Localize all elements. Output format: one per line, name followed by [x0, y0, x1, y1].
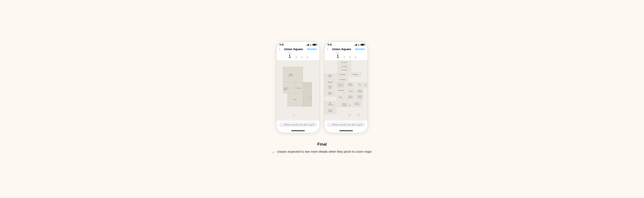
- svg-text:Women's: Women's: [358, 96, 362, 97]
- floor-item-2-1[interactable]: 2: [296, 56, 297, 59]
- floor-num-4-1: 4: [306, 56, 308, 59]
- svg-text:Cosmetics: Cosmetics: [342, 105, 347, 106]
- svg-text:Fashion: Fashion: [328, 86, 332, 87]
- nav-directory-1[interactable]: Directory: [307, 48, 317, 50]
- home-indicator-2: [324, 128, 368, 133]
- svg-text:Men's: Men's: [294, 99, 297, 100]
- svg-text:Fashion: Fashion: [328, 75, 332, 76]
- floor-selector-1: Floor 1 2 3 4: [276, 52, 320, 60]
- floor-label-2: Floor: [336, 52, 340, 54]
- svg-text:Boudin's: Boudin's: [328, 109, 332, 110]
- floor-num-3-2: 3: [349, 56, 350, 59]
- status-bar-1: 9:41 ▲: [276, 42, 320, 47]
- search-bar-2: ⌕ Where would you like to go?: [324, 121, 368, 128]
- svg-text:Lancome: Lancome: [349, 91, 353, 92]
- svg-text:Women's: Women's: [348, 96, 353, 97]
- svg-text:Story: Story: [339, 85, 342, 86]
- final-title: Final: [272, 142, 372, 147]
- svg-text:Fine Watches: Fine Watches: [340, 79, 346, 80]
- floor-item-active-1[interactable]: Floor 1: [288, 52, 291, 59]
- check-icon: ✓: [272, 150, 275, 154]
- time-2: 9:41: [328, 43, 332, 46]
- wifi-icon-1: ▲: [310, 44, 312, 46]
- svg-text:Watches: Watches: [328, 94, 332, 95]
- floor-item-active-2[interactable]: Floor 1: [336, 52, 340, 59]
- svg-text:Cosmetics: Cosmetics: [357, 97, 362, 98]
- svg-text:+: +: [310, 98, 311, 99]
- svg-text:Clinique: Clinique: [338, 97, 342, 98]
- signal-icon-1: [306, 44, 309, 46]
- svg-text:Fragrances: Fragrances: [328, 104, 333, 105]
- svg-text:Cosmetics: Cosmetics: [348, 85, 353, 86]
- battery-icon-1: [312, 44, 316, 46]
- svg-text:blue: blue: [365, 84, 366, 85]
- svg-text:Fashion: Fashion: [328, 92, 332, 93]
- svg-text:+: +: [294, 115, 294, 116]
- svg-text:Shops: Shops: [284, 89, 288, 90]
- svg-text:Fine Watches: Fine Watches: [340, 74, 346, 75]
- svg-text:Estee Lauder: Estee Lauder: [338, 90, 344, 91]
- search-placeholder-1: Where would you like to go?: [284, 123, 314, 126]
- svg-text:MAC: MAC: [359, 84, 361, 85]
- svg-text:Fine Jewelry: Fine Jewelry: [342, 66, 348, 67]
- svg-text:Cosmetics: Cosmetics: [348, 97, 353, 98]
- search-icon-1: ⌕: [281, 123, 282, 126]
- floor-num-1-1: 1: [288, 54, 291, 59]
- svg-text:Specialty: Specialty: [284, 88, 288, 89]
- wifi-icon-2: ▲: [358, 44, 360, 46]
- svg-text:Cosmetics: Cosmetics: [358, 91, 362, 92]
- svg-text:Jewelry: Jewelry: [289, 74, 293, 75]
- nav-directory-2[interactable]: Directory: [355, 48, 365, 50]
- phones-container: 9:41 ▲ ‹ Union Square Directory Floor 1 …: [276, 41, 368, 133]
- battery-icon-2: [360, 44, 364, 46]
- check-item: ✓ Usears expected to see more details wh…: [272, 150, 372, 154]
- search-bar-1: ⌕ Where would you like to go?: [276, 121, 320, 128]
- svg-text:Espresso: Espresso: [328, 111, 332, 112]
- svg-text:Women's: Women's: [355, 102, 359, 104]
- svg-text:+: +: [349, 114, 350, 116]
- home-bar-2: [340, 130, 353, 131]
- svg-text:& Watches: & Watches: [288, 75, 294, 76]
- phone-2: 9:41 ▲ ‹ Union Square Directory Floor 1 …: [324, 41, 368, 133]
- search-placeholder-2: Where would you like to go?: [332, 123, 363, 126]
- floor-plan-svg-2: Fine Jewelry Fine Jewelry Fine Jewelry F…: [324, 60, 368, 120]
- svg-rect-50: [336, 89, 346, 94]
- phone-1: 9:41 ▲ ‹ Union Square Directory Floor 1 …: [276, 41, 320, 133]
- floor-label-1: Floor: [288, 52, 291, 54]
- floor-num-2-1: 2: [296, 56, 297, 59]
- search-icon-2: ⌕: [329, 123, 330, 126]
- floor-plan-svg-1: Jewelry & Watches Specialty Shops Women'…: [276, 60, 320, 120]
- floor-num-1-2: 1: [336, 54, 339, 59]
- floor-item-4-2[interactable]: 4: [355, 56, 356, 59]
- floor-item-4-1[interactable]: 4: [306, 56, 308, 59]
- svg-text:men: men: [365, 85, 366, 87]
- floor-item-3-2[interactable]: 3: [349, 56, 350, 59]
- map-area-1[interactable]: Jewelry & Watches Specialty Shops Women'…: [276, 60, 320, 121]
- floor-num-2-2: 2: [344, 56, 345, 59]
- svg-text:Jewelry: Jewelry: [328, 76, 332, 77]
- check-text: Usears expected to see more details when…: [277, 150, 372, 153]
- floor-num-4-2: 4: [355, 56, 356, 59]
- svg-text:Women's: Women's: [342, 103, 346, 104]
- status-bar-2: 9:41 ▲: [324, 42, 368, 47]
- svg-text:Women's: Women's: [348, 83, 353, 85]
- svg-rect-5: [303, 82, 312, 106]
- home-indicator-1: [276, 128, 320, 133]
- svg-text:Handbags: Handbags: [328, 82, 332, 83]
- floor-item-3-1[interactable]: 3: [301, 56, 302, 59]
- search-wrapper-1[interactable]: ⌕ Where would you like to go?: [278, 122, 317, 127]
- floor-item-2-2[interactable]: 2: [344, 56, 345, 59]
- svg-text:Cosmetics: Cosmetics: [355, 104, 359, 105]
- nav-title-2: Union Square: [328, 47, 355, 51]
- svg-text:Fine Jewelry: Fine Jewelry: [342, 62, 348, 63]
- map-area-2[interactable]: Fine Jewelry Fine Jewelry Fine Jewelry F…: [324, 60, 368, 121]
- svg-text:Men's: Men's: [329, 102, 332, 104]
- svg-text:Women's: Women's: [358, 90, 362, 91]
- svg-text:Women's: Women's: [297, 88, 302, 89]
- nav-bar-1: ‹ Union Square Directory: [276, 47, 320, 52]
- svg-rect-1: [283, 67, 303, 82]
- signal-icon-2: [355, 44, 357, 46]
- svg-text:Fine Jewelry: Fine Jewelry: [342, 69, 348, 71]
- nav-title-1: Union Square: [280, 47, 307, 51]
- search-wrapper-2[interactable]: ⌕ Where would you like to go?: [327, 122, 366, 127]
